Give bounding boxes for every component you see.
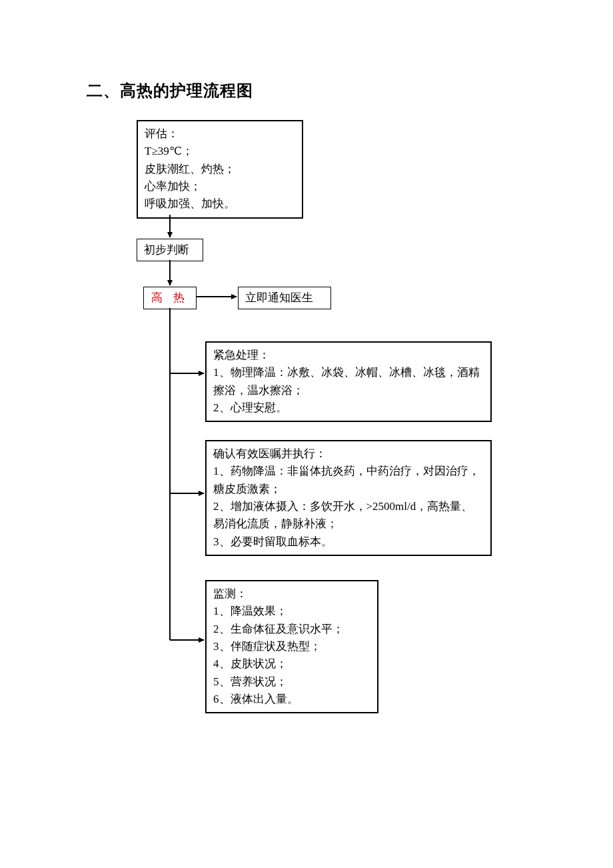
assess-header: 评估： <box>145 125 295 143</box>
node-prelim: 初步判断 <box>137 239 203 261</box>
node-monitor: 监测： 1、降温效果； 2、生命体征及意识水平； 3、伴随症状及热型； 4、皮肤… <box>205 580 378 713</box>
monitor-item-5: 6、液体出入量。 <box>213 691 370 708</box>
confirm-item-0: 1、药物降温：非甾体抗炎药，中药治疗，对因治疗，糖皮质激素； <box>213 463 484 498</box>
node-highfever: 高 热 <box>143 287 197 309</box>
node-emergency: 紧急处理： 1、物理降温：冰敷、冰袋、冰帽、冰槽、冰毯，酒精擦浴，温水擦浴； 2… <box>205 341 492 422</box>
assess-item-3: 呼吸加强、加快。 <box>145 195 295 213</box>
monitor-item-4: 5、营养状况； <box>213 673 370 691</box>
emergency-header: 紧急处理： <box>213 347 484 364</box>
node-confirm: 确认有效医嘱并执行： 1、药物降温：非甾体抗炎药，中药治疗，对因治疗，糖皮质激素… <box>205 440 492 556</box>
emergency-item-0: 1、物理降温：冰敷、冰袋、冰帽、冰槽、冰毯，酒精擦浴，温水擦浴； <box>213 364 484 399</box>
monitor-item-2: 3、伴随症状及热型； <box>213 638 370 655</box>
notify-label: 立即通知医生 <box>245 291 313 304</box>
emergency-item-1: 2、心理安慰。 <box>213 399 484 417</box>
confirm-item-1: 2、增加液体摄入：多饮开水，>2500ml/d，高热量、易消化流质，静脉补液； <box>213 498 484 533</box>
assess-item-1: 皮肤潮红、灼热； <box>145 161 295 178</box>
confirm-header: 确认有效医嘱并执行： <box>213 445 484 463</box>
node-notify: 立即通知医生 <box>238 287 331 309</box>
assess-item-2: 心率加快； <box>145 178 295 195</box>
page-title: 二、高热的护理流程图 <box>87 80 253 101</box>
highfever-label: 高 热 <box>151 291 189 304</box>
monitor-item-3: 4、皮肤状况； <box>213 655 370 673</box>
flowchart-connectors <box>0 0 613 868</box>
monitor-header: 监测： <box>213 585 370 603</box>
prelim-label: 初步判断 <box>144 243 189 256</box>
confirm-item-2: 3、必要时留取血标本。 <box>213 533 484 551</box>
node-assess: 评估： T≥39℃； 皮肤潮红、灼热； 心率加快； 呼吸加强、加快。 <box>137 120 303 219</box>
assess-item-0: T≥39℃； <box>145 143 295 160</box>
monitor-item-0: 1、降温效果； <box>213 603 370 620</box>
monitor-item-1: 2、生命体征及意识水平； <box>213 621 370 638</box>
